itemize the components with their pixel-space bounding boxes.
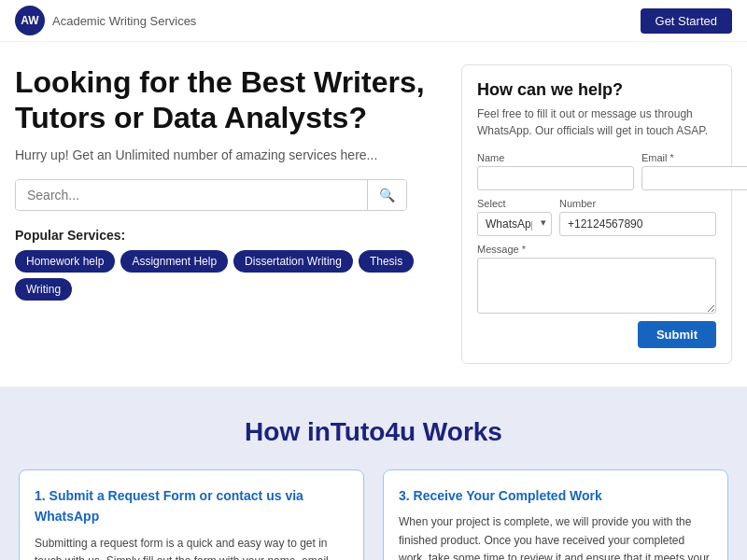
step-1-title: 1. Submit a Request Form or contact us v…	[35, 485, 348, 527]
platform-select[interactable]: WhatsApp Email Phone	[477, 212, 552, 236]
tag-dissertation-writing[interactable]: Dissertation Writing	[233, 250, 353, 273]
select-wrapper[interactable]: WhatsApp Email Phone	[477, 212, 552, 236]
steps-grid: 1. Submit a Request Form or contact us v…	[19, 469, 728, 560]
cta-button[interactable]: Get Started	[641, 8, 732, 34]
tag-thesis[interactable]: Thesis	[359, 250, 414, 273]
tag-homework-help[interactable]: Homework help	[15, 250, 115, 273]
hero-subtitle: Hurry up! Get an Unlimited number of ama…	[15, 147, 439, 162]
form-row-select-number: Select WhatsApp Email Phone Number	[477, 198, 716, 236]
logo-icon: AW	[15, 6, 45, 35]
logo-text: Academic Writing Services	[52, 14, 196, 28]
submit-button[interactable]: Submit	[638, 321, 716, 348]
message-input[interactable]	[477, 258, 716, 314]
form-description: Feel free to fill it out or message us t…	[477, 105, 716, 139]
contact-form: How can we help? Feel free to fill it ou…	[461, 64, 732, 364]
hero-left: Looking for the Best Writers, Tutors or …	[15, 64, 461, 364]
search-bar[interactable]: 🔍	[15, 179, 407, 211]
logo-area: AW Academic Writing Services	[15, 6, 196, 35]
popular-label: Popular Services:	[15, 228, 439, 243]
how-title: How inTuto4u Works	[19, 417, 728, 447]
form-row-name-email: Name Email *	[477, 152, 716, 190]
email-input[interactable]	[641, 166, 747, 190]
message-label: Message *	[477, 244, 716, 255]
email-label: Email *	[641, 152, 747, 163]
select-label: Select	[477, 198, 552, 209]
number-label: Number	[559, 198, 716, 209]
search-input[interactable]	[16, 180, 367, 210]
message-field-group: Message *	[477, 244, 716, 314]
name-label: Name	[477, 152, 634, 163]
step-3-card: 3. Receive Your Completed Work When your…	[383, 469, 728, 560]
select-field-group: Select WhatsApp Email Phone	[477, 198, 552, 236]
service-tags: Homework help Assignment Help Dissertati…	[15, 250, 439, 301]
how-section: How inTuto4u Works 1. Submit a Request F…	[0, 387, 747, 560]
name-input[interactable]	[477, 166, 634, 190]
name-field-group: Name	[477, 152, 634, 190]
step-1-body: Submitting a request form is a quick and…	[35, 535, 348, 560]
popular-services: Popular Services: Homework help Assignme…	[15, 228, 439, 301]
step-3-title: 3. Receive Your Completed Work	[399, 485, 712, 506]
hero-title: Looking for the Best Writers, Tutors or …	[15, 64, 439, 136]
submit-row: Submit	[477, 321, 716, 348]
number-field-group: Number	[559, 198, 716, 236]
logo-initials: AW	[21, 14, 38, 27]
hero-section: Looking for the Best Writers, Tutors or …	[0, 42, 747, 387]
email-field-group: Email *	[641, 152, 747, 190]
tag-writing[interactable]: Writing	[15, 278, 72, 301]
step-3-body: When your project is complete, we will p…	[399, 513, 712, 560]
tag-assignment-help[interactable]: Assignment Help	[120, 250, 228, 273]
search-button[interactable]: 🔍	[367, 180, 406, 210]
number-input[interactable]	[559, 212, 716, 236]
header: AW Academic Writing Services Get Started	[0, 0, 747, 42]
form-title: How can we help?	[477, 80, 716, 100]
step-1-card: 1. Submit a Request Form or contact us v…	[19, 469, 364, 560]
search-icon: 🔍	[379, 188, 395, 203]
